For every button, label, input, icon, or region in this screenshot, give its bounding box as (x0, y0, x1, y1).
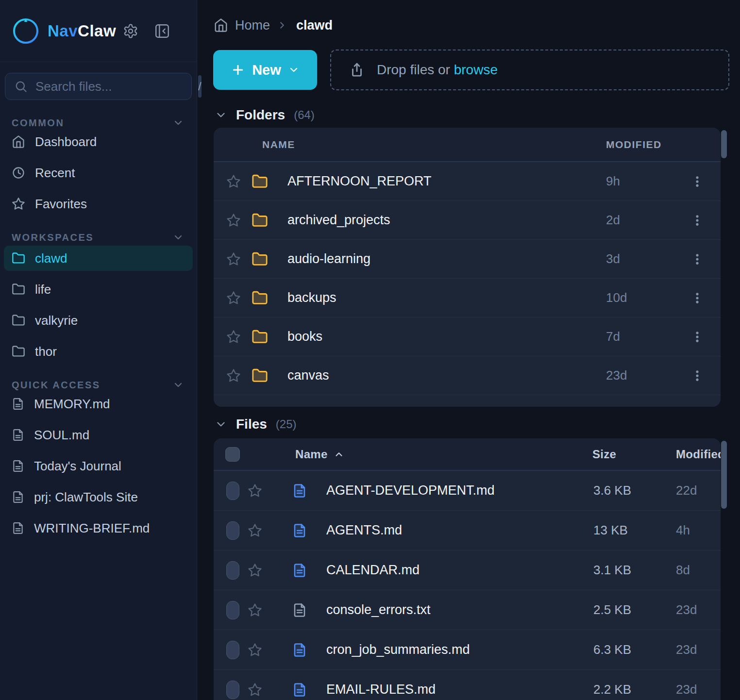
chevron-down-icon[interactable] (215, 418, 227, 431)
kebab-menu-icon[interactable] (690, 291, 704, 305)
table-row[interactable]: AGENT-DEVELOPMENT.md 3.6 KB 22d (214, 470, 721, 510)
table-row[interactable]: EMAIL-RULES.md 2.2 KB 23d (214, 669, 721, 700)
column-header-modified: MODIFIED (606, 139, 662, 150)
sidebar-item-writing-brief-md[interactable]: WRITING-BRIEF.md (4, 517, 193, 539)
star-icon[interactable] (226, 174, 252, 189)
files-section-header: Files (25) (215, 416, 297, 433)
row-checkbox[interactable] (226, 521, 239, 540)
sidebar-item-workspace-life[interactable]: life (4, 279, 193, 300)
column-header-name[interactable]: Name (295, 448, 344, 461)
breadcrumb-home[interactable]: Home (235, 18, 270, 33)
breadcrumb: Home clawd (214, 16, 333, 35)
file-dropzone[interactable]: Drop files or browse (330, 50, 729, 90)
sidebar-item-label: life (35, 282, 51, 297)
sidebar-item-recent[interactable]: Recent (4, 162, 193, 183)
sidebar-item-memory-md[interactable]: MEMORY.md (4, 393, 193, 415)
table-row[interactable]: backups 10d (214, 278, 721, 317)
table-row[interactable]: books 7d (214, 317, 721, 356)
column-header-modified[interactable]: Modified (676, 448, 721, 461)
kebab-menu-icon[interactable] (690, 369, 704, 383)
folder-icon (252, 329, 287, 345)
section-header-quick-access[interactable]: QUICK ACCESS (0, 377, 197, 393)
sidebar-item-workspace-valkyrie[interactable]: valkyrie (4, 310, 193, 331)
star-icon[interactable] (248, 603, 292, 617)
section-header-common[interactable]: COMMON (0, 115, 197, 131)
folder-icon (12, 251, 25, 265)
sidebar-item-workspace-thor[interactable]: thor (4, 341, 193, 362)
section-header-workspaces[interactable]: WORKSPACES (0, 229, 197, 246)
new-button-label: New (252, 62, 281, 78)
search-box[interactable]: / (5, 73, 192, 100)
folder-icon (12, 314, 25, 327)
kebab-menu-icon[interactable] (690, 330, 704, 344)
row-checkbox[interactable] (226, 561, 239, 580)
file-text-icon (12, 429, 24, 441)
folder-name: AFTERNOON_REPORT (287, 174, 606, 189)
folders-scrollbar[interactable] (721, 130, 727, 158)
column-header-size[interactable]: Size (592, 448, 616, 461)
row-checkbox[interactable] (226, 482, 239, 500)
table-row[interactable]: canvas 23d (214, 356, 721, 395)
file-size: 2.2 KB (593, 682, 676, 697)
table-row[interactable]: CALENDAR.md 3.1 KB 8d (214, 550, 721, 590)
star-icon[interactable] (226, 291, 252, 305)
star-icon[interactable] (226, 330, 252, 344)
chevron-down-icon[interactable] (215, 109, 227, 121)
star-icon[interactable] (226, 252, 252, 267)
sidebar-item-prj-clawtools-site[interactable]: prj: ClawTools Site (4, 486, 193, 508)
row-checkbox[interactable] (226, 681, 239, 699)
file-md-icon (292, 682, 326, 698)
kebab-menu-icon[interactable] (690, 175, 704, 188)
sidebar-item-label: Favorites (35, 197, 87, 212)
settings-gear-icon[interactable] (123, 23, 138, 39)
folder-modified: 10d (606, 290, 674, 305)
search-input[interactable] (35, 79, 198, 94)
file-name: CALENDAR.md (326, 563, 593, 578)
sidebar-item-label: WRITING-BRIEF.md (34, 521, 150, 536)
folder-icon (12, 345, 25, 358)
file-modified: 8d (676, 563, 721, 578)
star-icon[interactable] (248, 683, 292, 697)
kebab-menu-icon[interactable] (690, 252, 704, 266)
folder-name: archived_projects (287, 213, 606, 228)
table-row[interactable]: archived_projects 2d (214, 200, 721, 239)
browse-link[interactable]: browse (454, 62, 498, 77)
star-icon[interactable] (248, 643, 292, 657)
table-row[interactable]: AFTERNOON_REPORT 9h (214, 162, 721, 200)
kebab-menu-icon[interactable] (690, 214, 704, 227)
new-button[interactable]: New (213, 50, 317, 90)
sidebar-item-workspace-clawd[interactable]: clawd (4, 246, 193, 271)
table-row[interactable]: AGENTS.md 13 KB 4h (214, 510, 721, 550)
file-modified: 23d (676, 682, 721, 697)
sidebar-item-todays-journal[interactable]: Today's Journal (4, 455, 193, 477)
star-icon[interactable] (248, 563, 292, 578)
app-logo-icon (12, 17, 40, 45)
row-checkbox[interactable] (226, 601, 239, 619)
star-icon[interactable] (248, 483, 292, 498)
sidebar-item-soul-md[interactable]: SOUL.md (4, 424, 193, 446)
table-row[interactable]: console_errors.txt 2.5 KB 23d (214, 590, 721, 630)
star-icon[interactable] (248, 523, 292, 538)
star-icon[interactable] (226, 213, 252, 228)
folder-icon (12, 283, 25, 296)
sidebar-collapse-icon[interactable] (154, 23, 170, 39)
table-row[interactable]: audio-learning 3d (214, 239, 721, 278)
files-scrollbar[interactable] (721, 441, 727, 509)
sidebar-item-label: Dashboard (35, 134, 97, 150)
row-checkbox[interactable] (226, 641, 239, 659)
sidebar-item-label: SOUL.md (34, 428, 89, 443)
section-label: QUICK ACCESS (12, 380, 101, 391)
star-icon[interactable] (226, 368, 252, 383)
table-row[interactable]: cron_job_summaries.md 6.3 KB 23d (214, 630, 721, 669)
sidebar-item-dashboard[interactable]: Dashboard (4, 131, 193, 152)
section-label: WORKSPACES (12, 232, 94, 243)
folders-table: NAME MODIFIED AFTERNOON_REPORT 9h archiv… (214, 128, 721, 407)
file-text-icon (12, 460, 24, 472)
files-table: Name Size Modified AGENT-DEVELOPMENT.md … (214, 438, 721, 700)
select-all-checkbox[interactable] (225, 447, 240, 462)
sidebar-item-label: prj: ClawTools Site (34, 490, 138, 505)
home-icon (214, 18, 228, 33)
file-size: 13 KB (593, 523, 676, 538)
sidebar-item-label: MEMORY.md (34, 397, 110, 412)
sidebar-item-favorites[interactable]: Favorites (4, 193, 193, 215)
